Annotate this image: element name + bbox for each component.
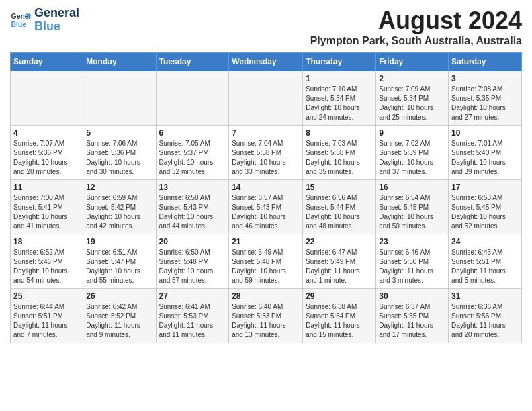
day-detail: Sunrise: 7:08 AM Sunset: 5:35 PM Dayligh… — [451, 85, 519, 122]
day-number: 10 — [451, 128, 519, 138]
day-detail: Sunrise: 6:56 AM Sunset: 5:44 PM Dayligh… — [306, 193, 373, 231]
logo-icon: General Blue — [10, 9, 32, 31]
calendar-cell: 24Sunrise: 6:45 AM Sunset: 5:51 PM Dayli… — [449, 234, 522, 289]
day-detail: Sunrise: 6:53 AM Sunset: 5:45 PM Dayligh… — [451, 193, 519, 231]
calendar-cell: 18Sunrise: 6:52 AM Sunset: 5:46 PM Dayli… — [11, 234, 83, 289]
calendar-cell: 30Sunrise: 6:37 AM Sunset: 5:55 PM Dayli… — [376, 289, 449, 343]
weekday-header-row: SundayMondayTuesdayWednesdayThursdayFrid… — [11, 53, 522, 71]
calendar-cell: 7Sunrise: 7:04 AM Sunset: 5:38 PM Daylig… — [229, 126, 303, 180]
day-number: 3 — [451, 74, 519, 83]
day-number: 8 — [306, 128, 373, 138]
calendar-cell: 17Sunrise: 6:53 AM Sunset: 5:45 PM Dayli… — [449, 180, 522, 234]
calendar-body: 1Sunrise: 7:10 AM Sunset: 5:34 PM Daylig… — [11, 71, 522, 343]
day-detail: Sunrise: 7:02 AM Sunset: 5:39 PM Dayligh… — [379, 139, 445, 177]
day-number: 5 — [86, 128, 152, 138]
day-number: 29 — [306, 291, 373, 301]
day-detail: Sunrise: 7:03 AM Sunset: 5:38 PM Dayligh… — [306, 139, 373, 177]
day-detail: Sunrise: 6:44 AM Sunset: 5:51 PM Dayligh… — [13, 302, 80, 340]
calendar-cell: 19Sunrise: 6:51 AM Sunset: 5:47 PM Dayli… — [83, 234, 156, 289]
svg-text:Blue: Blue — [11, 20, 27, 28]
calendar-cell: 9Sunrise: 7:02 AM Sunset: 5:39 PM Daylig… — [376, 126, 449, 180]
calendar-cell: 21Sunrise: 6:49 AM Sunset: 5:48 PM Dayli… — [229, 234, 303, 289]
calendar-cell: 11Sunrise: 7:00 AM Sunset: 5:41 PM Dayli… — [11, 180, 83, 234]
day-detail: Sunrise: 6:40 AM Sunset: 5:53 PM Dayligh… — [232, 302, 300, 340]
day-number: 27 — [159, 291, 226, 301]
day-detail: Sunrise: 7:01 AM Sunset: 5:40 PM Dayligh… — [451, 139, 519, 177]
calendar-cell: 12Sunrise: 6:59 AM Sunset: 5:42 PM Dayli… — [83, 180, 156, 234]
weekday-thursday: Thursday — [303, 53, 376, 71]
calendar-cell: 22Sunrise: 6:47 AM Sunset: 5:49 PM Dayli… — [303, 234, 376, 289]
day-number: 25 — [13, 291, 80, 301]
day-detail: Sunrise: 6:45 AM Sunset: 5:51 PM Dayligh… — [451, 248, 519, 285]
day-detail: Sunrise: 6:50 AM Sunset: 5:48 PM Dayligh… — [159, 248, 226, 285]
day-number: 21 — [232, 237, 300, 246]
calendar-cell: 16Sunrise: 6:54 AM Sunset: 5:45 PM Dayli… — [376, 180, 449, 234]
day-detail: Sunrise: 7:05 AM Sunset: 5:37 PM Dayligh… — [159, 139, 226, 177]
week-row-2: 4Sunrise: 7:07 AM Sunset: 5:36 PM Daylig… — [11, 126, 522, 180]
day-detail: Sunrise: 6:59 AM Sunset: 5:42 PM Dayligh… — [86, 193, 152, 231]
subtitle: Plympton Park, South Australia, Australi… — [310, 35, 522, 47]
weekday-friday: Friday — [376, 53, 449, 71]
day-number: 16 — [379, 183, 445, 192]
calendar-cell: 14Sunrise: 6:57 AM Sunset: 5:43 PM Dayli… — [229, 180, 303, 234]
week-row-1: 1Sunrise: 7:10 AM Sunset: 5:34 PM Daylig… — [11, 71, 522, 126]
day-detail: Sunrise: 6:42 AM Sunset: 5:52 PM Dayligh… — [86, 302, 152, 340]
calendar-cell: 2Sunrise: 7:09 AM Sunset: 5:34 PM Daylig… — [376, 71, 449, 126]
day-detail: Sunrise: 6:57 AM Sunset: 5:43 PM Dayligh… — [232, 193, 300, 231]
day-detail: Sunrise: 7:10 AM Sunset: 5:34 PM Dayligh… — [306, 85, 373, 122]
day-detail: Sunrise: 7:09 AM Sunset: 5:34 PM Dayligh… — [379, 85, 445, 122]
day-number: 23 — [379, 237, 445, 246]
day-detail: Sunrise: 6:47 AM Sunset: 5:49 PM Dayligh… — [306, 248, 373, 285]
calendar-cell: 8Sunrise: 7:03 AM Sunset: 5:38 PM Daylig… — [303, 126, 376, 180]
day-number: 18 — [13, 237, 80, 246]
calendar-cell: 13Sunrise: 6:58 AM Sunset: 5:43 PM Dayli… — [156, 180, 229, 234]
calendar-cell: 20Sunrise: 6:50 AM Sunset: 5:48 PM Dayli… — [156, 234, 229, 289]
weekday-tuesday: Tuesday — [156, 53, 229, 71]
day-number: 7 — [232, 128, 300, 138]
day-number: 2 — [379, 74, 445, 83]
week-row-5: 25Sunrise: 6:44 AM Sunset: 5:51 PM Dayli… — [11, 289, 522, 343]
day-number: 28 — [232, 291, 300, 301]
title-block: August 2024 Plympton Park, South Austral… — [310, 7, 522, 47]
calendar-cell: 29Sunrise: 6:38 AM Sunset: 5:54 PM Dayli… — [303, 289, 376, 343]
day-number: 26 — [86, 291, 152, 301]
day-number: 22 — [306, 237, 373, 246]
day-detail: Sunrise: 7:07 AM Sunset: 5:36 PM Dayligh… — [13, 139, 80, 177]
logo: General Blue GeneralBlue — [10, 7, 79, 34]
weekday-sunday: Sunday — [11, 53, 83, 71]
day-number: 31 — [451, 291, 519, 301]
weekday-wednesday: Wednesday — [229, 53, 303, 71]
calendar-cell — [156, 71, 229, 126]
day-detail: Sunrise: 6:58 AM Sunset: 5:43 PM Dayligh… — [159, 193, 226, 231]
calendar-cell: 4Sunrise: 7:07 AM Sunset: 5:36 PM Daylig… — [11, 126, 83, 180]
day-number: 17 — [451, 183, 519, 192]
day-number: 1 — [306, 74, 373, 83]
calendar-table: SundayMondayTuesdayWednesdayThursdayFrid… — [10, 52, 522, 343]
page-header: General Blue GeneralBlue August 2024 Ply… — [10, 7, 522, 47]
calendar-cell: 6Sunrise: 7:05 AM Sunset: 5:37 PM Daylig… — [156, 126, 229, 180]
day-number: 30 — [379, 291, 445, 301]
calendar-cell: 3Sunrise: 7:08 AM Sunset: 5:35 PM Daylig… — [449, 71, 522, 126]
week-row-3: 11Sunrise: 7:00 AM Sunset: 5:41 PM Dayli… — [11, 180, 522, 234]
calendar-cell: 10Sunrise: 7:01 AM Sunset: 5:40 PM Dayli… — [449, 126, 522, 180]
calendar-cell: 25Sunrise: 6:44 AM Sunset: 5:51 PM Dayli… — [11, 289, 83, 343]
logo-text: GeneralBlue — [34, 7, 79, 34]
weekday-monday: Monday — [83, 53, 156, 71]
day-detail: Sunrise: 6:38 AM Sunset: 5:54 PM Dayligh… — [306, 302, 373, 340]
day-number: 13 — [159, 183, 226, 192]
day-number: 12 — [86, 183, 152, 192]
day-detail: Sunrise: 6:54 AM Sunset: 5:45 PM Dayligh… — [379, 193, 445, 231]
calendar-cell: 31Sunrise: 6:36 AM Sunset: 5:56 PM Dayli… — [449, 289, 522, 343]
calendar-cell — [229, 71, 303, 126]
day-number: 20 — [159, 237, 226, 246]
calendar-cell: 27Sunrise: 6:41 AM Sunset: 5:53 PM Dayli… — [156, 289, 229, 343]
day-detail: Sunrise: 7:04 AM Sunset: 5:38 PM Dayligh… — [232, 139, 300, 177]
day-detail: Sunrise: 6:49 AM Sunset: 5:48 PM Dayligh… — [232, 248, 300, 285]
day-number: 4 — [13, 128, 80, 138]
week-row-4: 18Sunrise: 6:52 AM Sunset: 5:46 PM Dayli… — [11, 234, 522, 289]
main-title: August 2024 — [310, 7, 522, 35]
day-number: 11 — [13, 183, 80, 192]
day-detail: Sunrise: 6:52 AM Sunset: 5:46 PM Dayligh… — [13, 248, 80, 285]
calendar-cell: 26Sunrise: 6:42 AM Sunset: 5:52 PM Dayli… — [83, 289, 156, 343]
day-number: 19 — [86, 237, 152, 246]
